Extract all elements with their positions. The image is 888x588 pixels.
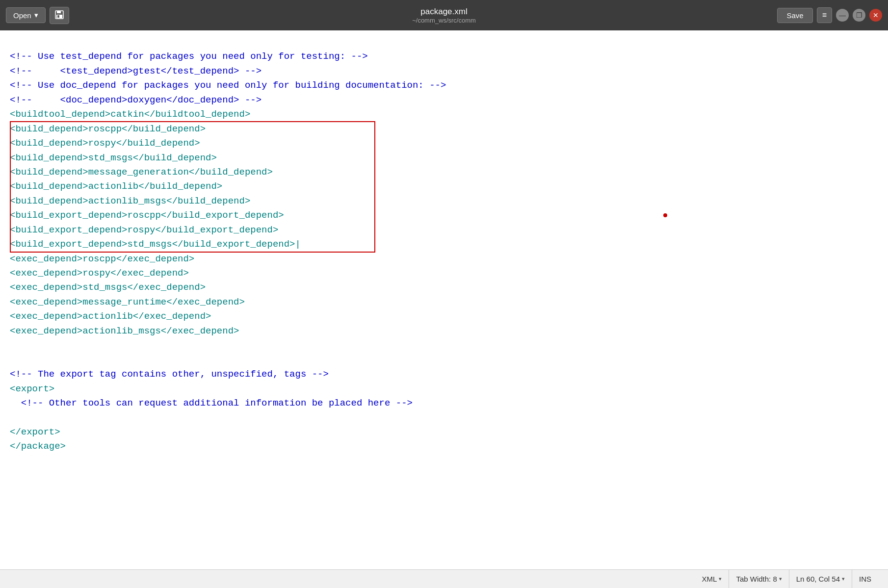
line-23: <!-- The export tag contains other, unsp… bbox=[10, 369, 329, 380]
cursor-position: Ln 60, Col 54 ▾ bbox=[789, 570, 852, 588]
titlebar-left: Open ▾ bbox=[6, 7, 69, 24]
line-11: <build_depend>actionlib_msgs</build_depe… bbox=[10, 196, 250, 206]
maximize-icon: ❐ bbox=[856, 11, 862, 19]
floppy-icon bbox=[55, 10, 64, 19]
line-12: <build_export_depend>roscpp</build_expor… bbox=[10, 210, 284, 221]
maximize-button[interactable]: ❐ bbox=[853, 9, 865, 22]
language-selector[interactable]: XML ▾ bbox=[695, 570, 730, 588]
file-path: ~/comm_ws/src/comm bbox=[412, 17, 476, 24]
file-title: package.xml bbox=[412, 7, 476, 17]
language-label: XML bbox=[702, 575, 717, 583]
line-9: <build_depend>message_generation</build_… bbox=[10, 167, 273, 178]
tab-width-selector[interactable]: Tab Width: 8 ▾ bbox=[729, 570, 789, 588]
line-4: <!-- <doc_depend>doxygen</doc_depend> --… bbox=[10, 95, 261, 105]
line-22 bbox=[10, 355, 15, 365]
line-10: <build_depend>actionlib</build_depend> bbox=[10, 181, 222, 192]
line-17: <exec_depend>std_msgs</exec_depend> bbox=[10, 282, 206, 293]
editor-content: <!-- Use test_depend for packages you ne… bbox=[10, 35, 878, 468]
tab-width-dropdown-arrow: ▾ bbox=[779, 576, 782, 582]
line-14: <build_export_depend>std_msgs</build_exp… bbox=[10, 239, 301, 250]
line-3: <!-- Use doc_depend for packages you nee… bbox=[10, 80, 446, 91]
hamburger-menu-button[interactable]: ≡ bbox=[817, 7, 832, 23]
editor-area[interactable]: <!-- Use test_depend for packages you ne… bbox=[0, 30, 888, 569]
line-16: <exec_depend>rospy</exec_depend> bbox=[10, 268, 189, 279]
line-26 bbox=[10, 412, 15, 423]
insert-mode: INS bbox=[852, 570, 878, 588]
minimize-icon: — bbox=[839, 11, 846, 19]
position-dropdown-arrow: ▾ bbox=[842, 576, 845, 582]
line-5: <buildtool_depend>catkin</buildtool_depe… bbox=[10, 109, 250, 120]
line-2: <!-- <test_depend>gtest</test_depend> --… bbox=[10, 66, 261, 77]
statusbar: XML ▾ Tab Width: 8 ▾ Ln 60, Col 54 ▾ INS bbox=[0, 569, 888, 588]
line-8: <build_depend>std_msgs</build_depend> bbox=[10, 153, 217, 163]
line-20: <exec_depend>actionlib_msgs</exec_depend… bbox=[10, 326, 239, 336]
tab-width-label: Tab Width: 8 bbox=[736, 575, 777, 583]
line-1: <!-- Use test_depend for packages you ne… bbox=[10, 51, 368, 62]
red-dot-indicator bbox=[663, 213, 667, 217]
line-28: </package> bbox=[10, 441, 66, 452]
line-15: <exec_depend>roscpp</exec_depend> bbox=[10, 254, 194, 264]
main-window: Open ▾ package.xml ~/comm_ws/src/comm Sa… bbox=[0, 0, 888, 588]
line-6: <build_depend>roscpp</build_depend> bbox=[10, 124, 206, 134]
hamburger-icon: ≡ bbox=[822, 11, 827, 19]
line-19: <exec_depend>actionlib</exec_depend> bbox=[10, 311, 211, 322]
line-18: <exec_depend>message_runtime</exec_depen… bbox=[10, 297, 245, 307]
titlebar-center: package.xml ~/comm_ws/src/comm bbox=[412, 7, 476, 24]
open-button[interactable]: Open ▾ bbox=[6, 7, 46, 23]
line-21 bbox=[10, 340, 15, 351]
titlebar: Open ▾ package.xml ~/comm_ws/src/comm Sa… bbox=[0, 0, 888, 30]
line-25: <!-- Other tools can request additional … bbox=[10, 398, 413, 409]
mode-label: INS bbox=[859, 575, 871, 583]
save-file-icon-button[interactable] bbox=[50, 7, 69, 24]
position-label: Ln 60, Col 54 bbox=[796, 575, 840, 583]
line-13: <build_export_depend>rospy</build_export… bbox=[10, 225, 278, 235]
minimize-button[interactable]: — bbox=[836, 9, 849, 22]
close-button[interactable]: ✕ bbox=[869, 9, 882, 22]
save-button[interactable]: Save bbox=[777, 8, 812, 23]
titlebar-right: Save ≡ — ❐ ✕ bbox=[777, 7, 882, 23]
line-27: </export> bbox=[10, 427, 60, 437]
open-label: Open bbox=[13, 11, 31, 20]
line-24: <export> bbox=[10, 383, 54, 394]
svg-rect-3 bbox=[57, 15, 59, 18]
close-icon: ✕ bbox=[873, 11, 879, 19]
line-7: <build_depend>rospy</build_depend> bbox=[10, 138, 200, 149]
open-dropdown-arrow: ▾ bbox=[34, 11, 38, 20]
language-dropdown-arrow: ▾ bbox=[719, 576, 722, 582]
svg-rect-1 bbox=[57, 11, 61, 13]
